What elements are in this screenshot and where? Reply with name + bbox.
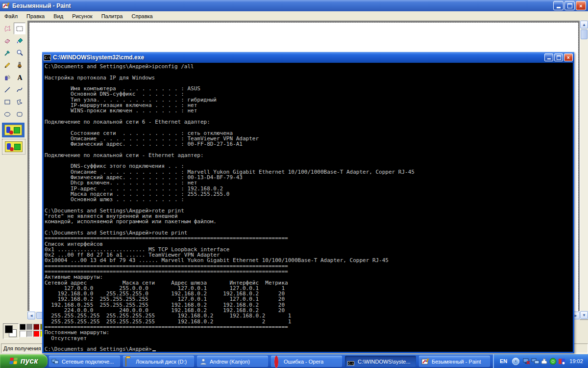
taskbar-item-paint[interactable]: Безымянный - Paint	[419, 356, 490, 367]
arrow-left-icon: ◄	[29, 314, 33, 318]
taskbar-item-label: Andrew (Kanjon)	[210, 359, 250, 365]
vertical-scroll-thumb[interactable]	[581, 29, 588, 39]
opera-icon	[273, 358, 281, 366]
cmd-window: C:\ C:\WINDOWS\system32\cmd.exe × C:\Doc…	[42, 52, 574, 353]
transparent-option-image	[5, 141, 23, 152]
tool-fill-button[interactable]	[14, 35, 25, 47]
cmd-window-title: C:\WINDOWS\system32\cmd.exe	[53, 54, 543, 61]
clock[interactable]: 19:02	[569, 358, 583, 364]
network-tray-icon[interactable]	[531, 357, 539, 366]
text-tool-icon: A	[16, 74, 24, 81]
taskbar-item-network-connections[interactable]: Сетевые подключе...	[49, 356, 120, 367]
palette-swatch[interactable]	[20, 324, 26, 330]
menu-edit[interactable]: Правка	[22, 12, 49, 20]
brush-icon	[16, 61, 24, 69]
taskbar-item-andrew-kanjon[interactable]: Andrew (Kanjon)	[197, 356, 268, 367]
console-cursor	[152, 350, 156, 351]
tool-curve-button[interactable]	[14, 84, 25, 96]
network-connections-icon	[51, 358, 59, 366]
tool-line-button[interactable]	[1, 84, 13, 96]
tool-rectangle-button[interactable]	[1, 96, 13, 108]
console-output[interactable]: C:\Documents and Settings\Андрей>ipconfi…	[44, 63, 573, 352]
palette-swatch[interactable]	[26, 331, 33, 337]
tool-rounded-rectangle-button[interactable]	[14, 108, 25, 120]
taskbar-item-opera-error[interactable]: Ошибка - Opera	[271, 356, 342, 367]
close-icon: ×	[579, 3, 582, 9]
palette-swatch[interactable]	[33, 324, 40, 330]
tool-text-button[interactable]: A	[14, 72, 25, 83]
tool-freeform-select-button[interactable]	[1, 23, 13, 34]
folder-icon	[125, 358, 133, 366]
tool-ellipse-button[interactable]	[1, 108, 13, 120]
menu-file[interactable]: Файл	[0, 12, 22, 20]
vertical-scrollbar[interactable]: ▲ ▼	[580, 21, 588, 319]
menu-palette[interactable]: Палитра	[97, 12, 127, 20]
arrow-down-icon: ▼	[582, 313, 586, 317]
scroll-down-button[interactable]: ▼	[580, 311, 588, 319]
selection-transparent-option[interactable]	[2, 139, 25, 155]
tool-eraser-button[interactable]	[1, 35, 13, 47]
tool-brush-button[interactable]	[14, 59, 25, 71]
paint-close-button[interactable]: ×	[576, 1, 586, 10]
taskbar: пуск Сетевые подключе... Локальный диск …	[0, 354, 588, 368]
taskbar-item-cmd[interactable]: C:\ C:\WINDOWS\syste...	[345, 356, 416, 367]
selection-opaque-option[interactable]	[2, 123, 24, 137]
tool-magnifier-button[interactable]	[14, 47, 25, 59]
tool-color-picker-button[interactable]	[1, 47, 13, 59]
swan-tray-icon[interactable]	[540, 357, 548, 366]
paint-menubar: Файл Правка Вид Рисунок Палитра Справка	[0, 11, 588, 21]
polygon-icon	[16, 98, 24, 106]
freeform-select-icon	[3, 25, 11, 32]
scroll-left-button[interactable]: ◄	[27, 312, 35, 319]
cmd-close-button[interactable]: ×	[564, 53, 573, 61]
selection-options	[2, 123, 25, 156]
scroll-up-button[interactable]: ▲	[580, 21, 588, 28]
eraser-icon	[3, 37, 11, 45]
magnifier-icon	[16, 49, 24, 57]
tray-expand-chevron-icon[interactable]: ‹	[512, 358, 519, 365]
minimize-icon	[557, 7, 561, 8]
language-indicator[interactable]: EN	[500, 358, 507, 364]
cmd-icon: C:\	[347, 358, 355, 366]
palette-swatch[interactable]	[20, 331, 26, 337]
taskbar-item-local-disk-d[interactable]: Локальный диск (D:)	[123, 356, 194, 367]
paint-minimize-button[interactable]	[553, 1, 564, 10]
tool-select-button[interactable]	[14, 23, 25, 34]
menu-image[interactable]: Рисунок	[68, 12, 97, 20]
tool-polygon-button[interactable]	[14, 96, 25, 108]
rectangle-icon	[3, 98, 11, 106]
menu-view[interactable]: Вид	[49, 12, 68, 20]
start-button[interactable]: пуск	[0, 354, 48, 368]
close-icon: ×	[567, 55, 570, 60]
opaque-option-image	[4, 125, 22, 135]
paint-icon	[421, 358, 429, 366]
windows-logo-icon	[9, 358, 18, 365]
antivirus-tray-icon[interactable]	[549, 357, 557, 366]
switcher-tray-icon[interactable]	[558, 357, 566, 366]
tool-airbrush-button[interactable]	[1, 72, 13, 83]
menu-help[interactable]: Справка	[127, 12, 157, 20]
pencil-icon	[3, 61, 11, 69]
cmd-titlebar[interactable]: C:\ C:\WINDOWS\system32\cmd.exe ×	[42, 52, 574, 63]
tool-pencil-button[interactable]	[1, 59, 13, 71]
network-disabled-tray-icon[interactable]	[522, 357, 531, 366]
maximize-icon	[557, 55, 561, 60]
cmd-minimize-button[interactable]	[544, 53, 553, 61]
current-colors[interactable]	[3, 323, 19, 339]
paint-restore-button[interactable]	[564, 1, 575, 10]
cmd-maximize-button[interactable]	[554, 53, 563, 61]
console-text: C:\Documents and Settings\Андрей>ipconfi…	[44, 63, 573, 352]
paint-titlebar[interactable]: Безымянный - Paint ×	[0, 0, 588, 11]
taskbar-item-label: C:\WINDOWS\syste...	[358, 359, 411, 365]
system-tray: EN ‹	[493, 354, 588, 368]
svg-text:A: A	[18, 74, 23, 81]
paint-app-icon	[2, 2, 10, 10]
foreground-color-swatch	[5, 325, 13, 333]
arrow-up-icon: ▲	[582, 23, 586, 27]
paint-window-title: Безымянный - Paint	[12, 2, 552, 9]
palette-swatch[interactable]	[26, 324, 33, 330]
palette-swatch[interactable]	[33, 331, 40, 337]
paint-toolbox: A	[0, 21, 27, 320]
ellipse-icon	[3, 110, 11, 118]
user-icon	[199, 358, 207, 366]
